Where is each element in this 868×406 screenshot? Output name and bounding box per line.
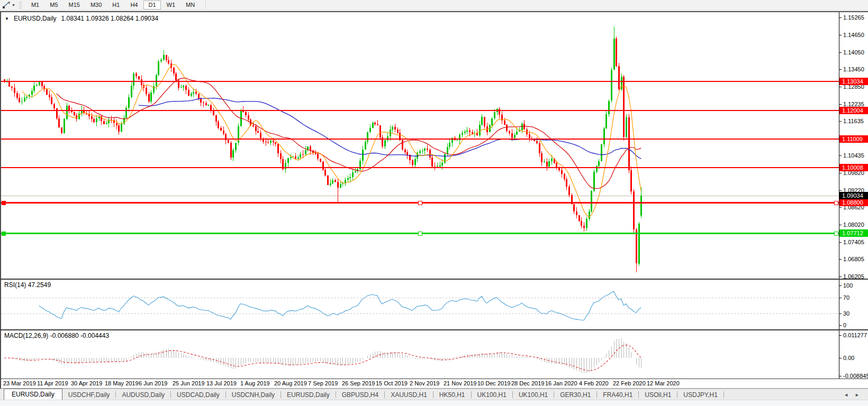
level-price-label: 1.10008 — [839, 164, 868, 171]
level-price-label: 1.13034 — [839, 78, 868, 85]
time-axis-label: 26 Sep 2019 — [342, 380, 375, 386]
tick-dash — [839, 173, 842, 173]
price-tick: 1.10435 — [839, 152, 868, 159]
timeframe-button-w1[interactable]: W1 — [162, 1, 180, 10]
chart-tab-gbpusd-h4[interactable]: GBPUSD,H4 — [336, 390, 384, 400]
rsi-plot — [1, 280, 839, 329]
time-axis-label: 25 Jun 2019 — [173, 380, 205, 386]
tick-dash — [839, 87, 842, 87]
time-axis-label: 28 Dec 2019 — [511, 380, 544, 386]
time-axis-label: 30 Apr 2019 — [71, 380, 102, 386]
tick-dash — [839, 207, 842, 208]
tick-dash — [839, 52, 842, 53]
tick-dash — [839, 155, 842, 156]
tab-scroll-buttons: ◄ ► — [835, 392, 868, 400]
time-axis-label: 7 Sep 2019 — [308, 380, 338, 386]
time-axis[interactable]: 23 Mar 201911 Apr 201930 Apr 201918 May … — [1, 379, 868, 389]
price-axis[interactable]: 1.152651.146501.140501.134501.128501.122… — [839, 12, 868, 279]
time-axis-label: 10 Dec 2019 — [477, 380, 510, 386]
trendline-tool-icon[interactable] — [2, 1, 11, 9]
candles-group — [4, 26, 642, 272]
toolbar-separator — [205, 1, 206, 9]
chart-tab-uk100-h1[interactable]: UK100,H1 — [513, 390, 554, 400]
macd-panel[interactable]: MACD(12,26,9) -0.006880 -0.004443 — [1, 330, 839, 379]
tick-dash — [839, 376, 842, 376]
timeframe-button-m5[interactable]: M5 — [45, 1, 62, 10]
tick-dash — [839, 259, 842, 260]
timeframe-button-h1[interactable]: H1 — [107, 1, 124, 10]
chart-tab-usdchf-daily[interactable]: USDCHF,Daily — [62, 390, 116, 400]
dropdown-arrow-icon[interactable]: ▼ — [12, 3, 15, 7]
tick-dash — [839, 276, 842, 277]
price-tick: 1.07405 — [839, 239, 868, 246]
toolbar: ▼ M1M5M15M30H1H4D1W1MN — [0, 0, 868, 11]
timeframe-button-h4[interactable]: H4 — [125, 1, 142, 10]
rsi-axis-label: 0 — [839, 322, 868, 329]
level-price-label: 1.07712 — [839, 229, 868, 237]
price-tick: 1.14050 — [839, 49, 868, 56]
tick-dash — [839, 358, 842, 358]
time-axis-label: 6 Jun 2019 — [139, 380, 167, 386]
timeframe-button-m1[interactable]: M1 — [26, 1, 44, 10]
macd-histogram-group — [10, 338, 641, 373]
tick-dash — [839, 104, 842, 105]
status-strip — [0, 400, 868, 406]
timeframe-button-m15[interactable]: M15 — [64, 1, 85, 10]
chart-symbol-label: EURUSD,Daily — [14, 15, 57, 22]
rsi-axis-label: 70 — [839, 294, 868, 301]
tick-dash — [839, 313, 842, 314]
timeframe-button-mn[interactable]: MN — [181, 1, 200, 10]
chart-tab-usdjpy-h1[interactable]: USDJPY,H1 — [677, 390, 723, 400]
tab-divider — [724, 391, 724, 398]
chart-tab-usoil-h1[interactable]: USOil,H1 — [639, 390, 677, 400]
chart-tab-fra40-h1[interactable]: FRA40,H1 — [597, 390, 638, 400]
rsi-axis[interactable]: 10070300 — [839, 280, 868, 329]
tab-scroll-right-icon[interactable]: ► — [855, 392, 860, 398]
timeframe-button-m30[interactable]: M30 — [86, 1, 106, 10]
macd-axis-label: 0.011277 — [839, 332, 868, 339]
timeframe-buttons: M1M5M15M30H1H4D1W1MN — [26, 1, 200, 10]
chart-tab-eurusd-daily[interactable]: EURUSD,Daily — [281, 390, 336, 400]
time-axis-label: 13 Jul 2019 — [206, 380, 237, 386]
candlestick-chart — [1, 12, 839, 279]
tick-dash — [839, 225, 842, 225]
price-tick: 1.11635 — [839, 118, 868, 125]
collapse-arrow-icon[interactable]: ▼ — [5, 16, 9, 21]
horizontal-levels-group — [1, 81, 839, 235]
chart-tab-eurusd-daily[interactable]: EURUSD,Daily — [4, 389, 62, 400]
chart-tab-usdcad-daily[interactable]: USDCAD,Daily — [171, 390, 225, 400]
time-axis-label: 16 Jan 2020 — [545, 380, 577, 386]
rsi-label: RSI(14) 47.2549 — [4, 281, 51, 289]
time-axis-label: 2 Nov 2019 — [410, 380, 439, 386]
price-tick: 1.08020 — [839, 222, 868, 228]
chart-tab-usdcnh-daily[interactable]: USDCNH,Daily — [226, 390, 281, 400]
chart-ohlc-values: 1.08341 1.09326 1.08264 1.09034 — [61, 15, 159, 22]
tick-dash — [839, 121, 842, 122]
rsi-panel[interactable]: RSI(14) 47.2549 — [1, 280, 839, 329]
chart-tab-hk50-h1[interactable]: HK50,H1 — [433, 390, 471, 400]
tick-dash — [839, 325, 842, 326]
chart-title: ▼ EURUSD,Daily 1.08341 1.09326 1.08264 1… — [5, 15, 158, 22]
time-axis-label: 12 Mar 2020 — [647, 380, 680, 386]
chart-tab-uk100-h1[interactable]: UK100,H1 — [472, 390, 512, 400]
chart-tab-ger30-h1[interactable]: GER30,H1 — [554, 390, 596, 400]
time-axis-label: 15 Oct 2019 — [376, 380, 408, 386]
chart-tab-xauusd-h1[interactable]: XAUUSD,H1 — [385, 390, 433, 400]
price-tick: 1.13450 — [839, 66, 868, 73]
tab-scroll-left-icon[interactable]: ◄ — [844, 392, 848, 398]
tick-dash — [839, 35, 842, 35]
toolbar-grip[interactable] — [19, 2, 22, 9]
price-tick: 1.15265 — [839, 14, 868, 21]
macd-label: MACD(12,26,9) -0.006880 -0.004443 — [4, 332, 109, 339]
timeframe-button-d1[interactable]: D1 — [143, 1, 160, 10]
macd-axis[interactable]: 0.0112770.00-0.008845 — [839, 330, 868, 379]
tick-dash — [839, 285, 842, 286]
time-axis-label: 18 May 2019 — [105, 380, 139, 386]
rsi-axis-label: 100 — [839, 282, 868, 289]
chart-tab-audusd-daily[interactable]: AUDUSD,Daily — [116, 390, 170, 400]
tick-dash — [839, 69, 842, 70]
main-chart-panel[interactable]: ▼ EURUSD,Daily 1.08341 1.09326 1.08264 1… — [1, 12, 839, 279]
tick-dash — [839, 17, 842, 18]
rsi-axis-label: 30 — [839, 310, 868, 317]
time-axis-label: 21 Nov 2019 — [444, 380, 476, 386]
